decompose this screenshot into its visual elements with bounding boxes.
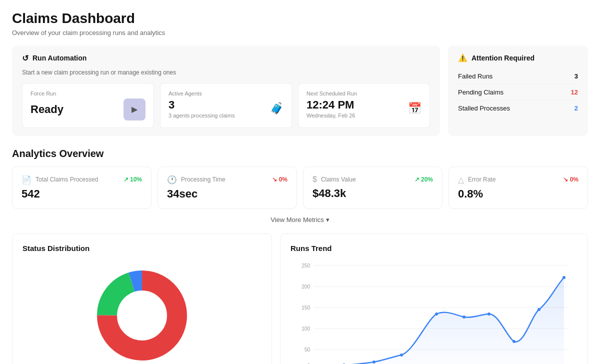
dollar-icon: $ bbox=[312, 175, 317, 184]
analytics-card-0: 📄 Total Claims Processed ↗ 10% 542 bbox=[12, 166, 152, 209]
page-header: Claims Dashboard Overview of your claim … bbox=[12, 10, 588, 36]
attention-label-1: Pending Claims bbox=[458, 88, 504, 96]
ac-change-0: ↗ 10% bbox=[124, 176, 142, 183]
ac-change-1: ↘ 0% bbox=[272, 176, 288, 183]
chevron-down-icon: ▾ bbox=[326, 216, 330, 224]
attention-rows: Failed Runs 3 Pending Claims 12 Stalled … bbox=[458, 68, 578, 116]
svg-point-34 bbox=[538, 308, 540, 311]
svg-point-35 bbox=[562, 276, 566, 279]
view-more-label: View More Metrics bbox=[270, 216, 324, 224]
ac-value-1: 34sec bbox=[167, 188, 288, 200]
runs-trend-chart: 250 200 150 100 50 0 1/25/2025 1/27/2025… bbox=[290, 260, 578, 364]
run-automation-header: ↺ Run Automation bbox=[22, 54, 430, 63]
triangle-icon: △ bbox=[458, 175, 464, 184]
warning-icon: ⚠️ bbox=[458, 54, 468, 62]
svg-point-32 bbox=[488, 312, 490, 316]
svg-point-31 bbox=[462, 316, 466, 318]
run-automation-title: Run Automation bbox=[32, 54, 86, 62]
attention-value-2: 2 bbox=[574, 104, 578, 112]
next-run-time: 12:24 PM bbox=[306, 98, 355, 112]
status-chart-title: Status Distribution bbox=[22, 244, 262, 252]
analytics-title: Analytics Overview bbox=[12, 148, 588, 160]
active-agents-label: Active Agents bbox=[168, 90, 284, 96]
svg-point-33 bbox=[512, 340, 516, 343]
ac-change-2: ↗ 20% bbox=[414, 176, 433, 183]
svg-text:250: 250 bbox=[302, 263, 310, 268]
donut-chart bbox=[22, 260, 262, 364]
page-subtitle: Overview of your claim processing runs a… bbox=[12, 29, 588, 36]
svg-point-30 bbox=[435, 312, 438, 316]
ac-value-3: 0.8% bbox=[458, 188, 578, 200]
active-agents-value: 3 bbox=[168, 98, 235, 112]
svg-text:50: 50 bbox=[304, 347, 310, 352]
attention-header: ⚠️ Attention Required bbox=[458, 54, 578, 62]
active-agents-box: Active Agents 3 3 agents processing clai… bbox=[160, 83, 292, 128]
page-title: Claims Dashboard bbox=[12, 10, 588, 27]
ac-label-0: Total Claims Processed bbox=[36, 176, 98, 183]
attention-value-1: 12 bbox=[571, 88, 578, 96]
analytics-cards: 📄 Total Claims Processed ↗ 10% 542 🕐 Pro… bbox=[12, 166, 588, 209]
attention-label-2: Stalled Processes bbox=[458, 104, 510, 112]
play-button[interactable]: ▶ bbox=[124, 98, 146, 120]
ac-label-3: Error Rate bbox=[468, 176, 496, 183]
refresh-icon: ↺ bbox=[22, 54, 28, 63]
analytics-card-1: 🕐 Processing Time ↘ 0% 34sec bbox=[158, 166, 297, 209]
analytics-card-2: $ Claims Value ↗ 20% $48.3k bbox=[303, 166, 442, 209]
svg-point-28 bbox=[372, 360, 376, 364]
attention-row-0: Failed Runs 3 bbox=[458, 68, 578, 84]
next-run-label: Next Scheduled Run bbox=[306, 90, 422, 96]
attention-value-0: 3 bbox=[574, 72, 578, 80]
clock-icon: 🕐 bbox=[167, 175, 177, 184]
runs-trend-card: Runs Trend 250 200 150 100 50 0 1/25/202… bbox=[280, 234, 588, 364]
view-more-button[interactable]: View More Metrics ▾ bbox=[270, 216, 330, 224]
ac-label-2: Claims Value bbox=[321, 176, 356, 183]
ac-value-0: 542 bbox=[22, 188, 142, 200]
attention-label-0: Failed Runs bbox=[458, 72, 492, 80]
briefcase-icon: 🧳 bbox=[270, 102, 284, 115]
attention-row-1: Pending Claims 12 bbox=[458, 84, 578, 100]
run-automation-subtitle: Start a new claim processing run or mana… bbox=[22, 69, 430, 76]
force-run-value: Ready bbox=[30, 103, 64, 116]
svg-point-29 bbox=[400, 354, 403, 356]
runs-trend-title: Runs Trend bbox=[290, 244, 578, 252]
force-run-box: Force Run Ready ▶ bbox=[22, 83, 154, 128]
calendar-icon: 📅 bbox=[408, 102, 422, 115]
view-more-container: View More Metrics ▾ bbox=[12, 216, 588, 224]
next-run-date: Wednesday, Feb 26 bbox=[306, 112, 355, 118]
attention-card: ⚠️ Attention Required Failed Runs 3 Pend… bbox=[448, 46, 588, 136]
ac-value-2: $48.3k bbox=[312, 187, 433, 200]
status-distribution-card: Status Distribution started bbox=[12, 234, 272, 364]
next-run-box: Next Scheduled Run 12:24 PM Wednesday, F… bbox=[298, 83, 430, 128]
ac-change-3: ↘ 0% bbox=[563, 176, 578, 183]
analytics-card-3: △ Error Rate ↘ 0% 0.8% bbox=[448, 166, 588, 209]
active-agents-sub: 3 agents processing claims bbox=[168, 112, 235, 118]
doc-icon: 📄 bbox=[22, 175, 32, 184]
attention-row-2: Stalled Processes 2 bbox=[458, 100, 578, 116]
analytics-section: Analytics Overview 📄 Total Claims Proces… bbox=[12, 148, 588, 224]
attention-title: Attention Required bbox=[472, 54, 534, 62]
svg-text:200: 200 bbox=[302, 284, 310, 290]
svg-text:100: 100 bbox=[302, 326, 310, 332]
svg-point-3 bbox=[120, 293, 164, 338]
svg-text:150: 150 bbox=[302, 305, 310, 310]
ac-label-1: Processing Time bbox=[181, 176, 226, 183]
force-run-label: Force Run bbox=[30, 90, 146, 96]
run-automation-card: ↺ Run Automation Start a new claim proce… bbox=[12, 46, 440, 136]
